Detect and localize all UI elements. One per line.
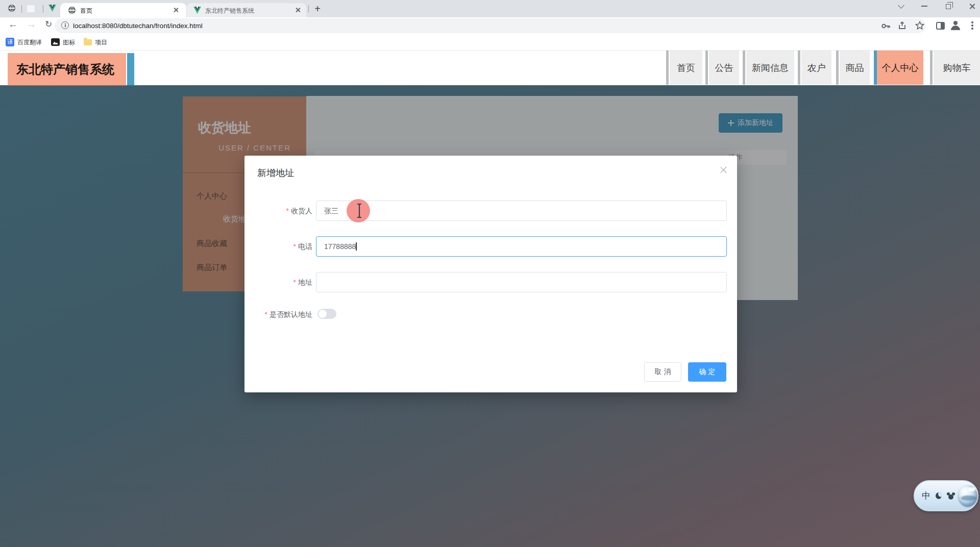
bookmark-item[interactable]: 项目 <box>95 38 107 47</box>
dialog-close-icon[interactable] <box>720 166 728 174</box>
nav-divider <box>705 51 708 85</box>
forward-icon[interactable]: → <box>27 19 36 30</box>
ime-status-widget[interactable]: 中 <box>914 480 978 511</box>
logo-accent-stripe <box>127 53 134 86</box>
window-minimize-icon[interactable] <box>921 6 927 7</box>
nav-cart[interactable]: 购物车 <box>934 51 980 85</box>
nav-divider <box>930 51 933 85</box>
browser-toolbar: ← → ↻ localhost:8080/dbtutechan/front/in… <box>0 17 980 34</box>
bookmark-item[interactable]: 图标 <box>63 38 75 47</box>
side-panel-icon[interactable] <box>936 22 945 30</box>
address-bar[interactable]: localhost:8080/dbtutechan/front/index.ht… <box>55 18 925 33</box>
tab-home[interactable]: 首页 <box>60 3 186 17</box>
tab-title: 首页 <box>80 7 92 15</box>
form-row-receiver: *收货人 张三 <box>244 201 737 221</box>
nav-divider <box>743 51 745 85</box>
tab-separator <box>21 5 22 13</box>
site-header: 东北特产销售系统 首页 公告 新闻信息 农户 商品 个人中心 购物车 <box>0 51 980 85</box>
nav-divider <box>798 51 800 85</box>
required-marker: * <box>265 310 267 318</box>
receiver-label: *收货人 <box>244 201 312 221</box>
nav-divider <box>666 51 669 85</box>
tab-title: 东北特产销售系统 <box>205 7 254 15</box>
pinned-tab-blank[interactable] <box>27 5 35 12</box>
site-info-icon[interactable] <box>61 21 69 29</box>
site-logo[interactable]: 东北特产销售系统 <box>8 53 126 86</box>
back-icon[interactable]: ← <box>8 19 18 30</box>
phone-label: *电话 <box>244 236 312 257</box>
bookmarks-bar: 译 百度翻译 图标 项目 <box>0 34 980 51</box>
nav-divider <box>836 51 839 85</box>
bookmark-item[interactable]: 百度翻译 <box>17 38 42 47</box>
nav-announcements[interactable]: 公告 <box>709 51 739 85</box>
nav-news[interactable]: 新闻信息 <box>746 51 794 85</box>
globe-sphere-icon[interactable] <box>958 485 977 507</box>
confirm-button[interactable]: 确 定 <box>688 362 726 382</box>
ime-mode-chinese[interactable]: 中 <box>922 490 930 502</box>
default-address-label: *是否默认地址 <box>244 309 312 319</box>
tab-separator <box>308 5 309 13</box>
pinned-tab-globe-icon[interactable] <box>8 5 15 12</box>
menu-kebab-icon[interactable] <box>971 21 973 31</box>
dialog-title: 新增地址 <box>257 167 294 179</box>
ibeam-cursor-icon <box>355 203 363 218</box>
required-marker: * <box>293 278 296 286</box>
share-icon[interactable] <box>898 21 906 30</box>
window-close-icon[interactable] <box>969 3 975 10</box>
image-bookmark-icon[interactable] <box>51 38 60 46</box>
nav-farmers[interactable]: 农户 <box>801 51 831 85</box>
phone-input[interactable]: 17788888 <box>316 236 727 257</box>
receiver-value: 张三 <box>324 207 338 215</box>
folder-icon[interactable] <box>84 39 92 45</box>
tab-separator <box>43 5 43 13</box>
default-address-toggle[interactable] <box>317 309 336 319</box>
tab-close-icon[interactable] <box>173 7 179 13</box>
browser-tab-strip: 首页 东北特产销售系统 + <box>0 0 980 17</box>
window-restore-icon[interactable] <box>946 4 951 9</box>
required-marker: * <box>286 207 289 215</box>
password-key-icon[interactable] <box>881 22 891 30</box>
form-row-phone: *电话 17788888 <box>244 236 737 257</box>
moon-icon[interactable] <box>936 492 942 499</box>
new-tab-button[interactable]: + <box>311 3 324 15</box>
address-label: *地址 <box>244 272 312 292</box>
tab-close-icon[interactable] <box>295 7 301 13</box>
tab-favicon-vue <box>193 7 201 14</box>
toggle-knob <box>318 310 327 318</box>
address-input[interactable] <box>316 272 727 292</box>
cancel-button[interactable]: 取 消 <box>644 362 681 382</box>
add-address-dialog: 新增地址 *收货人 张三 *电话 17788888 *地址 *是否默认地址 取 … <box>244 156 737 392</box>
pinned-tab-vue-icon[interactable] <box>48 5 56 12</box>
baidu-translate-icon[interactable]: 译 <box>6 38 14 46</box>
window-chevron-icon[interactable] <box>898 2 904 9</box>
mickey-icon[interactable] <box>947 492 954 500</box>
url-text[interactable]: localhost:8080/dbtutechan/front/index.ht… <box>73 22 203 30</box>
nav-user-center[interactable]: 个人中心 <box>877 51 923 85</box>
receiver-input[interactable]: 张三 <box>316 201 727 221</box>
required-marker: * <box>293 242 296 251</box>
reload-icon[interactable]: ↻ <box>45 19 52 30</box>
bookmark-star-icon[interactable] <box>915 21 924 30</box>
form-row-address: *地址 <box>244 272 737 292</box>
form-row-default-switch: *是否默认地址 <box>244 309 737 330</box>
tab-admin-system[interactable]: 东北特产销售系统 <box>187 3 306 17</box>
tab-favicon-globe <box>68 7 76 14</box>
text-caret <box>356 242 357 251</box>
phone-value: 17788888 <box>324 242 356 251</box>
click-highlight-cursor <box>347 199 370 222</box>
profile-avatar-icon[interactable] <box>950 21 961 30</box>
nav-products[interactable]: 商品 <box>840 51 870 85</box>
nav-home[interactable]: 首页 <box>670 51 702 85</box>
